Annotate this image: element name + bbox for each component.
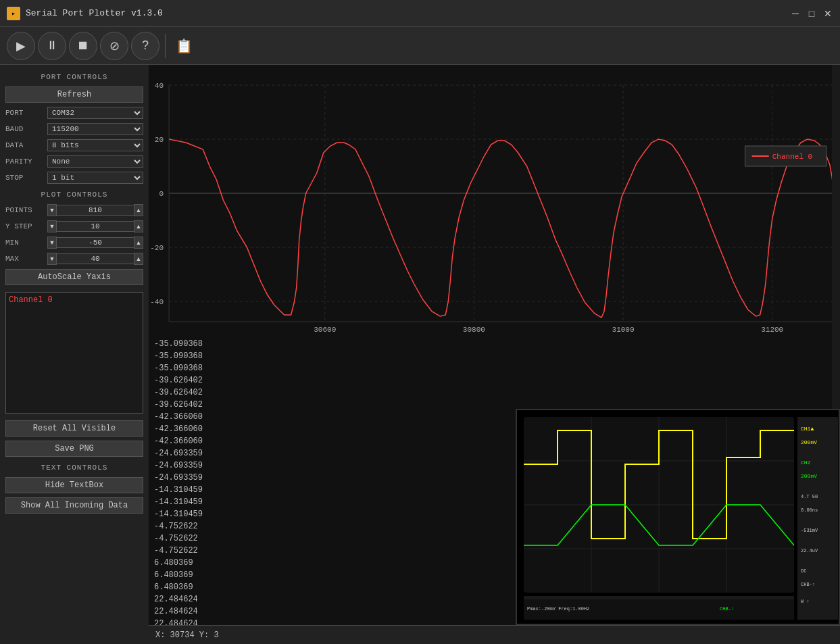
baud-select[interactable]: 115200 [47,123,143,135]
svg-rect-0 [149,65,840,335]
port-row: PORT COM32 [5,107,143,119]
min-spinner: ▼ -50 ▲ [47,237,143,249]
port-select[interactable]: COM32 [47,107,143,119]
data-value-line: -35.090368 [154,338,826,350]
parity-label: PARITY [5,157,45,166]
parity-select[interactable]: None [47,155,143,168]
svg-text:31200: 31200 [761,326,783,334]
app-title: Serial Port Plotter v1.3.0 [26,8,790,18]
coordinates-text: X: 30734 Y: 3 [155,630,219,640]
minimize-button[interactable]: ─ [790,8,801,19]
max-value: 40 [57,253,134,264]
ystep-spinner: ▼ 10 ▲ [47,220,143,232]
stop-label: STOP [5,174,45,182]
app-icon-text: ▸ [11,9,16,18]
port-controls-label: PORT CONTROLS [5,73,143,81]
data-value-line: -35.090368 [154,362,826,374]
hide-textbox-button[interactable]: Hide TextBox [5,477,143,493]
svg-text:200mV: 200mV [801,473,817,479]
svg-text:0: 0 [159,190,164,198]
stop-button[interactable]: ⏹ [69,32,97,60]
svg-text:22.4uV: 22.4uV [801,548,818,553]
svg-text:4.T 50: 4.T 50 [801,494,818,499]
toolbar: ▶ ⏸ ⏹ ⊘ ? 📋 [0,27,840,65]
forbid-button[interactable]: ⊘ [100,32,128,60]
svg-text:40: 40 [155,82,164,90]
sidebar: PORT CONTROLS Refresh PORT COM32 BAUD 11… [0,65,149,644]
help-button[interactable]: ? [131,32,159,60]
data-label: DATA [5,141,45,149]
channel-label: Channel 0 [6,293,143,307]
pause-button[interactable]: ⏸ [38,32,66,60]
points-spinner: ▼ 810 ▲ [47,204,143,216]
reset-visible-button[interactable]: Reset All Visible [5,420,143,437]
ystep-label: Y STEP [5,222,45,230]
min-up-button[interactable]: ▲ [134,237,143,249]
min-row: MIN ▼ -50 ▲ [5,237,143,249]
max-down-button[interactable]: ▼ [47,253,57,265]
svg-text:CHB-↑: CHB-↑ [720,606,734,612]
points-down-button[interactable]: ▼ [47,204,57,216]
svg-text:31000: 31000 [612,326,635,334]
right-panel: 40 20 0 -20 -40 30600 30800 31000 31200 … [149,65,840,644]
baud-row: BAUD 115200 [5,123,143,135]
plot-svg: 40 20 0 -20 -40 30600 30800 31000 31200 … [149,65,840,335]
svg-text:CH1▲: CH1▲ [801,426,814,432]
svg-text:200mV: 200mV [801,439,817,445]
points-up-button[interactable]: ▲ [134,204,143,216]
min-down-button[interactable]: ▼ [47,237,57,249]
svg-text:CHB-↑: CHB-↑ [801,582,815,587]
window-controls: ─ □ ✕ [790,8,833,19]
show-all-incoming-button[interactable]: Show All Incoming Data [5,497,143,514]
stop-select[interactable]: 1 bit [47,172,143,184]
refresh-button[interactable]: Refresh [5,86,143,103]
svg-text:DC: DC [801,568,806,574]
svg-text:20: 20 [155,136,164,144]
main-content: PORT CONTROLS Refresh PORT COM32 BAUD 11… [0,65,840,644]
toolbar-separator [165,34,166,58]
close-button[interactable]: ✕ [822,8,833,19]
parity-row: PARITY None [5,155,143,168]
data-value-line: -35.090368 [154,350,826,362]
svg-text:-20: -20 [150,244,164,252]
max-up-button[interactable]: ▲ [134,253,143,265]
max-spinner: ▼ 40 ▲ [47,253,143,265]
oscilloscope-svg: RUN H 200ms Roll Mode 1T CH1▲ 200mV CH2 … [517,410,840,625]
points-value: 810 [57,205,134,216]
data-select[interactable]: 8 bits [47,139,143,151]
svg-text:30600: 30600 [314,326,336,334]
app-icon: ▸ [7,7,20,20]
text-data-area: -35.090368-35.090368-35.090368-39.626402… [149,335,840,625]
ystep-up-button[interactable]: ▲ [134,220,143,232]
maximize-button[interactable]: □ [806,8,817,19]
data-value-line: -39.626402 [154,387,826,399]
port-label: PORT [5,109,45,117]
svg-text:Channel 0: Channel 0 [772,153,813,161]
plot-area: 40 20 0 -20 -40 30600 30800 31000 31200 … [149,65,840,335]
data-value-line: -39.626402 [154,374,826,387]
ystep-row: Y STEP ▼ 10 ▲ [5,220,143,232]
status-bar: X: 30734 Y: 3 [149,625,840,644]
titlebar: ▸ Serial Port Plotter v1.3.0 ─ □ ✕ [0,0,840,27]
max-label: MAX [5,255,45,263]
max-row: MAX ▼ 40 ▲ [5,253,143,265]
stop-row: STOP 1 bit [5,172,143,184]
baud-label: BAUD [5,125,45,133]
min-label: MIN [5,239,45,247]
min-value: -50 [57,237,134,248]
plot-vscrollbar[interactable] [832,65,840,335]
svg-text:-531mV: -531mV [801,528,818,533]
play-button[interactable]: ▶ [7,32,35,60]
svg-text:CH2: CH2 [801,460,811,466]
save-png-button[interactable]: Save PNG [5,441,143,457]
svg-text:-40: -40 [150,298,164,306]
svg-text:30800: 30800 [463,326,485,334]
channel-box: Channel 0 [5,292,143,414]
points-row: POINTS ▼ 810 ▲ [5,204,143,216]
data-row: DATA 8 bits [5,139,143,151]
doc-button[interactable]: 📋 [171,33,197,59]
oscilloscope-image: RUN H 200ms Roll Mode 1T CH1▲ 200mV CH2 … [516,409,840,625]
ystep-down-button[interactable]: ▼ [47,220,57,232]
plot-controls-label: PLOT CONTROLS [5,191,143,199]
autoscale-button[interactable]: AutoScale Yaxis [5,269,143,285]
